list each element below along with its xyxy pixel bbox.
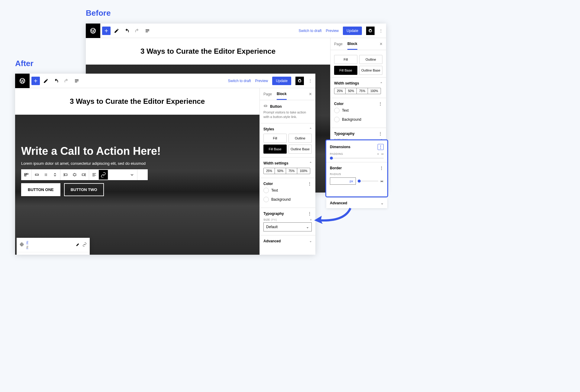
redo-icon[interactable] bbox=[133, 27, 141, 35]
tab-block[interactable]: Block bbox=[347, 39, 357, 50]
undo-icon[interactable] bbox=[52, 77, 60, 85]
move-icon[interactable] bbox=[50, 170, 60, 180]
page-title[interactable]: 3 Ways to Curate the Editor Experience bbox=[86, 38, 330, 65]
cta-paragraph[interactable]: Lorem ipsum dolor sit amet, consectetur … bbox=[21, 161, 253, 166]
align-center-icon[interactable] bbox=[70, 170, 79, 180]
sliders-icon[interactable]: ≡ bbox=[377, 152, 379, 155]
toolbar-right: Switch to draft Preview Update ⋮ bbox=[228, 77, 315, 85]
tab-page[interactable]: Page bbox=[263, 89, 272, 99]
svg-rect-2 bbox=[24, 175, 26, 176]
add-block-button[interactable] bbox=[31, 77, 40, 85]
style-fill-base[interactable]: Fill Base bbox=[263, 145, 287, 154]
list-view-icon[interactable] bbox=[143, 27, 152, 35]
color-panel: Color⋮ Text Background bbox=[330, 98, 386, 128]
color-panel: Color⋮ Text Background bbox=[260, 178, 315, 208]
more-options-icon[interactable]: ⋮ bbox=[308, 79, 312, 83]
width-75[interactable]: 75% bbox=[357, 88, 368, 94]
switch-draft-link[interactable]: Switch to draft bbox=[228, 79, 251, 83]
add-block-button[interactable] bbox=[102, 27, 111, 35]
width-25[interactable]: 25% bbox=[264, 168, 275, 174]
size-select[interactable]: Default⌄ bbox=[263, 222, 312, 231]
transform-icon[interactable] bbox=[32, 170, 41, 180]
align-left-icon[interactable] bbox=[61, 170, 70, 180]
close-sidebar-icon[interactable]: × bbox=[380, 41, 382, 47]
style-outline-base[interactable]: Outline Base bbox=[359, 66, 382, 75]
color-text[interactable]: Text bbox=[334, 106, 382, 115]
align-text-icon[interactable] bbox=[90, 170, 99, 180]
more-icon[interactable]: ⋮ bbox=[138, 170, 147, 180]
switch-draft-link[interactable]: Switch to draft bbox=[299, 29, 322, 33]
edit-icon[interactable] bbox=[42, 77, 50, 85]
wordpress-logo[interactable] bbox=[15, 74, 30, 88]
link-sides-icon[interactable]: ⫘ bbox=[381, 152, 384, 155]
chevron-down-icon[interactable] bbox=[127, 170, 137, 180]
settings-button[interactable] bbox=[295, 77, 304, 85]
width-panel: Width settings⌃ 25% 50% 75% 100% bbox=[330, 78, 386, 98]
undo-icon[interactable] bbox=[123, 27, 131, 35]
align-right-icon[interactable] bbox=[79, 170, 88, 180]
edit-link-icon[interactable] bbox=[76, 242, 80, 247]
color-background[interactable]: Background bbox=[334, 115, 382, 124]
width-100[interactable]: 100% bbox=[368, 88, 381, 94]
radius-slider[interactable] bbox=[358, 181, 378, 181]
chevron-up-icon[interactable]: ⌃ bbox=[309, 161, 312, 165]
chevron-up-icon[interactable]: ⌃ bbox=[309, 127, 312, 131]
svg-point-8 bbox=[45, 175, 46, 176]
style-fill-base[interactable]: Fill Base bbox=[334, 66, 357, 75]
more-options-icon[interactable]: ⋮ bbox=[379, 29, 383, 33]
width-75[interactable]: 75% bbox=[286, 168, 297, 174]
chevron-up-icon[interactable]: ⌃ bbox=[380, 82, 382, 85]
padding-label: PADDING bbox=[330, 152, 343, 155]
redo-icon[interactable] bbox=[62, 77, 71, 85]
link-url[interactable]: ## bbox=[26, 240, 73, 250]
color-background[interactable]: Background bbox=[263, 195, 312, 204]
preview-link[interactable]: Preview bbox=[255, 79, 268, 83]
dimensions-options-icon[interactable]: ⋮ bbox=[378, 144, 384, 150]
style-outline-base[interactable]: Outline Base bbox=[288, 145, 312, 154]
dimensions-title: Dimensions bbox=[330, 145, 350, 149]
chevron-down-icon: ⌄ bbox=[306, 225, 309, 229]
color-options-icon[interactable]: ⋮ bbox=[308, 182, 312, 186]
preview-link[interactable]: Preview bbox=[326, 29, 339, 33]
button-one[interactable]: BUTTON ONE bbox=[21, 183, 60, 196]
update-button[interactable]: Update bbox=[343, 27, 362, 35]
width-25[interactable]: 25% bbox=[334, 88, 346, 94]
border-options-icon[interactable]: ⋮ bbox=[379, 166, 384, 170]
typography-options-icon[interactable]: ⋮ bbox=[378, 132, 382, 136]
padding-slider[interactable] bbox=[330, 158, 384, 158]
advanced-panel[interactable]: Advanced⌄ bbox=[260, 235, 315, 247]
width-100[interactable]: 100% bbox=[297, 168, 310, 174]
style-outline[interactable]: Outline bbox=[359, 55, 382, 64]
svg-point-6 bbox=[45, 174, 46, 175]
link-corners-icon[interactable]: ⫘ bbox=[380, 179, 384, 183]
style-outline[interactable]: Outline bbox=[288, 134, 312, 143]
wordpress-logo[interactable] bbox=[86, 24, 100, 38]
italic-icon[interactable]: I bbox=[118, 170, 127, 180]
cta-heading[interactable]: Write a Call to Action Here! bbox=[21, 145, 253, 158]
unlink-icon[interactable] bbox=[82, 242, 87, 247]
style-fill[interactable]: Fill bbox=[263, 134, 287, 143]
drag-handle-icon[interactable] bbox=[41, 170, 50, 180]
update-button[interactable]: Update bbox=[272, 77, 291, 85]
width-50[interactable]: 50% bbox=[346, 88, 357, 94]
page-title[interactable]: 3 Ways to Curate the Editor Experience bbox=[15, 88, 259, 115]
settings-button[interactable] bbox=[366, 27, 375, 35]
style-fill[interactable]: Fill bbox=[334, 55, 357, 64]
radius-input[interactable]: px bbox=[330, 177, 356, 185]
edit-icon[interactable] bbox=[112, 27, 121, 35]
block-type-icon[interactable] bbox=[22, 170, 31, 180]
annotation-arrow bbox=[311, 205, 353, 226]
close-sidebar-icon[interactable]: × bbox=[309, 91, 312, 97]
width-50[interactable]: 50% bbox=[275, 168, 286, 174]
styles-panel: Styles⌃ Fill Outline Fill Base Outline B… bbox=[260, 123, 315, 158]
button-two[interactable]: BUTTON TWO bbox=[64, 183, 104, 196]
dimensions-highlight: Dimensions⋮ PADDING≡⫘ Border⋮ RADIUS px … bbox=[325, 139, 388, 197]
tab-page[interactable]: Page bbox=[334, 39, 343, 49]
color-text[interactable]: Text bbox=[263, 186, 312, 195]
tab-block[interactable]: Block bbox=[277, 89, 287, 100]
link-icon[interactable] bbox=[99, 170, 108, 180]
color-options-icon[interactable]: ⋮ bbox=[378, 102, 382, 106]
swatch-icon bbox=[263, 197, 269, 202]
bold-icon[interactable]: B bbox=[109, 170, 118, 180]
list-view-icon[interactable] bbox=[72, 77, 81, 85]
